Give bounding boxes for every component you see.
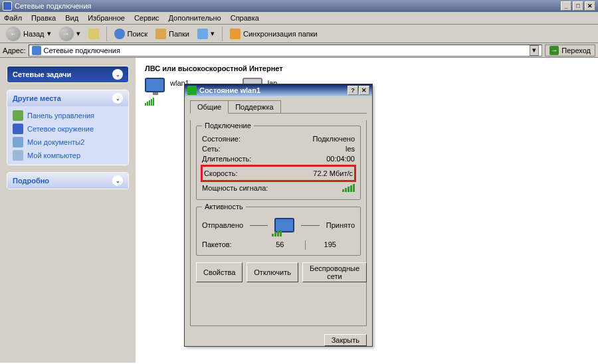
- panel-header[interactable]: Другие места ⌄: [7, 90, 128, 106]
- address-dropdown[interactable]: ▾: [530, 45, 539, 56]
- network-icon: [13, 124, 23, 134]
- sidebar-item-label: Сетевое окружение: [27, 125, 94, 133]
- window-titlebar: Сетевые подключения _ □ ✕: [0, 0, 598, 12]
- panel-header[interactable]: Подробно ⌄: [7, 173, 128, 189]
- sidebar-item-label: Мой компьютер: [27, 151, 80, 159]
- panel-title: Подробно: [13, 177, 49, 185]
- close-dialog-button[interactable]: Закрыть: [324, 334, 367, 346]
- minimize-button[interactable]: _: [561, 1, 571, 11]
- panel-network-tasks: Сетевые задачи ⌄: [7, 66, 129, 83]
- folders-button[interactable]: Папки: [152, 27, 193, 41]
- forward-button[interactable]: → ▾: [56, 27, 84, 41]
- tab-general[interactable]: Общие: [190, 100, 229, 114]
- sidebar-item-documents[interactable]: Мои документы2: [13, 137, 123, 147]
- duration-label: Длительность:: [202, 155, 251, 163]
- folder-icon: [13, 137, 23, 147]
- up-button[interactable]: [85, 27, 102, 41]
- menubar: Файл Правка Вид Избранное Сервис Дополни…: [0, 12, 598, 25]
- address-value: Сетевые подключения: [44, 46, 528, 54]
- duration-value: 00:04:00: [326, 155, 355, 163]
- sidebar-item-computer[interactable]: Мой компьютер: [13, 150, 123, 161]
- group-connection: Подключение Состояние:Подключено Сеть:le…: [196, 126, 361, 200]
- menu-view[interactable]: Вид: [65, 14, 78, 22]
- dialog-title: Состояние wlan1: [199, 86, 260, 94]
- addressbar: Адрес: Сетевые подключения ▾ → Переход: [0, 43, 598, 58]
- signal-label: Мощность сигнала:: [202, 184, 268, 192]
- sidebar-item-label: Мои документы2: [27, 138, 84, 146]
- panel-header[interactable]: Сетевые задачи ⌄: [7, 66, 128, 82]
- connection-wlan1[interactable]: wlan1: [145, 78, 189, 100]
- search-icon: [114, 29, 125, 39]
- menu-help[interactable]: Справка: [231, 14, 259, 22]
- signal-icon: [187, 86, 197, 95]
- search-button[interactable]: Поиск: [111, 27, 151, 41]
- go-button[interactable]: → Переход: [545, 45, 595, 56]
- group-legend: Подключение: [202, 122, 254, 130]
- state-value: Подключено: [312, 135, 355, 143]
- address-input[interactable]: Сетевые подключения ▾: [29, 45, 543, 56]
- back-button[interactable]: ← Назад ▾: [3, 27, 54, 41]
- separator: [222, 27, 223, 41]
- speed-label: Скорость:: [204, 169, 238, 177]
- panel-details: Подробно ⌄: [7, 172, 129, 189]
- go-label: Переход: [561, 46, 591, 54]
- folder-up-icon: [88, 29, 99, 39]
- go-arrow-icon: →: [549, 46, 559, 55]
- chevron-collapse-icon: ⌄: [112, 93, 123, 104]
- menu-extra[interactable]: Дополнительно: [169, 14, 221, 22]
- disable-button[interactable]: Отключить: [247, 262, 298, 282]
- sync-label: Синхронизация папки: [243, 30, 318, 38]
- packets-label: Пакетов:: [202, 240, 255, 250]
- sidebar-item-controlpanel[interactable]: Панель управления: [13, 110, 123, 121]
- folders-label: Папки: [169, 30, 189, 38]
- received-label: Принято: [326, 221, 355, 229]
- panel-title: Другие места: [13, 94, 61, 102]
- menu-file[interactable]: Файл: [4, 14, 22, 22]
- divider: [301, 225, 319, 226]
- sidebar-item-network[interactable]: Сетевое окружение: [13, 124, 123, 134]
- section-header: ЛВС или высокоскоростной Интернет: [145, 64, 591, 72]
- views-button[interactable]: ▾: [194, 27, 218, 41]
- speed-value: 72.2 Мбит/с: [313, 169, 353, 177]
- activity-icon: [274, 218, 294, 232]
- sent-label: Отправлено: [202, 221, 243, 229]
- help-button[interactable]: ?: [348, 86, 358, 95]
- sync-icon: [230, 29, 241, 39]
- sync-button[interactable]: Синхронизация папки: [227, 27, 321, 41]
- panel-icon: [13, 110, 23, 121]
- wireless-networks-button[interactable]: Беспроводные сети: [302, 262, 367, 282]
- maximize-button[interactable]: □: [573, 1, 583, 11]
- places-list: Панель управления Сетевое окружение Мои …: [7, 106, 128, 165]
- close-button[interactable]: ✕: [359, 86, 369, 95]
- chevron-down-icon: ▾: [47, 29, 51, 38]
- menu-edit[interactable]: Правка: [31, 14, 56, 22]
- chevron-expand-icon: ⌄: [112, 175, 123, 186]
- panel-title: Сетевые задачи: [13, 70, 71, 78]
- sidebar-item-label: Панель управления: [27, 112, 94, 120]
- sidebar: Сетевые задачи ⌄ Другие места ⌄ Панель у…: [0, 58, 136, 363]
- packets-received-value: 195: [306, 240, 355, 250]
- group-legend: Активность: [202, 203, 246, 211]
- back-icon: ←: [6, 27, 21, 41]
- dialog-titlebar[interactable]: Состояние wlan1 ? ✕: [185, 84, 372, 96]
- separator: [106, 27, 107, 41]
- menu-favorites[interactable]: Избранное: [88, 14, 125, 22]
- close-button[interactable]: ✕: [585, 1, 595, 11]
- chevron-down-icon: ▾: [76, 29, 80, 38]
- status-dialog: Состояние wlan1 ? ✕ Общие Поддержка Подк…: [184, 84, 373, 347]
- dialog-buttons: Свойства Отключить Беспроводные сети: [196, 262, 361, 282]
- divider: [250, 225, 268, 226]
- folders-icon: [155, 29, 166, 39]
- views-icon: [197, 29, 208, 39]
- tab-support[interactable]: Поддержка: [228, 100, 280, 113]
- back-label: Назад: [23, 30, 45, 38]
- speed-highlight: Скорость:72.2 Мбит/с: [201, 165, 356, 182]
- properties-button[interactable]: Свойства: [196, 262, 243, 282]
- group-activity: Активность Отправлено Принято Пакетов: 5…: [196, 207, 361, 256]
- menu-tools[interactable]: Сервис: [134, 14, 159, 22]
- forward-icon: →: [59, 27, 74, 41]
- chevron-collapse-icon: ⌄: [112, 69, 123, 80]
- network-connections-icon: [32, 46, 41, 55]
- signal-bars-icon: [342, 184, 355, 192]
- search-label: Поиск: [128, 30, 148, 38]
